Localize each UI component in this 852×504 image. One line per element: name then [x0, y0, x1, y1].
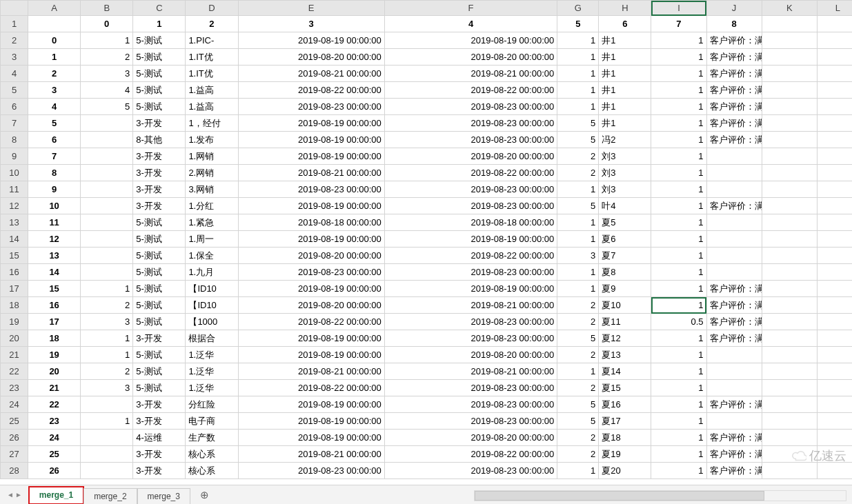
cell[interactable]: 冯2 — [599, 132, 651, 148]
cell[interactable] — [81, 115, 133, 132]
cell[interactable]: 2019-08-22 00:00:00 — [238, 314, 384, 330]
cell[interactable] — [81, 214, 133, 231]
cell[interactable]: 14 — [28, 264, 81, 281]
cell[interactable]: 8 — [28, 165, 81, 181]
cell[interactable]: 2019-08-23 00:00:00 — [384, 314, 557, 330]
cell[interactable]: 2 — [557, 165, 599, 181]
cell[interactable]: 2019-08-21 00:00:00 — [238, 446, 384, 463]
cell[interactable] — [81, 264, 133, 281]
cell[interactable]: 2019-08-23 00:00:00 — [384, 396, 557, 413]
cell[interactable]: 2019-08-23 00:00:00 — [238, 181, 384, 198]
cell[interactable]: 1 — [557, 181, 599, 198]
cell[interactable]: 夏5 — [599, 214, 651, 231]
cell[interactable]: 井1 — [599, 32, 651, 49]
cell[interactable]: 0.5 — [651, 314, 706, 330]
cell[interactable]: 1 — [557, 463, 599, 479]
cell[interactable]: 3-开发 — [133, 148, 186, 165]
cell[interactable]: 客户评价：满意 — [706, 132, 762, 148]
cell[interactable]: 1 — [133, 16, 186, 32]
cell[interactable]: 3-开发 — [133, 463, 186, 479]
cell[interactable] — [706, 248, 762, 264]
cell[interactable]: 核心系 — [186, 463, 238, 479]
cell[interactable] — [817, 165, 852, 181]
cell[interactable]: 夏18 — [599, 430, 651, 446]
cell[interactable]: 2019-08-18 00:00:00 — [384, 214, 557, 231]
cell[interactable]: 2019-08-23 00:00:00 — [384, 99, 557, 115]
cell[interactable]: 1 — [651, 65, 706, 82]
cell[interactable] — [817, 264, 852, 281]
cell[interactable]: 5-测试 — [133, 297, 186, 314]
col-header-A[interactable]: A — [28, 1, 81, 16]
cell[interactable]: 5-测试 — [133, 264, 186, 281]
cell[interactable] — [762, 165, 817, 181]
cell[interactable]: 8-其他 — [133, 132, 186, 148]
cell[interactable]: 1 — [651, 430, 706, 446]
cell[interactable]: 1 — [651, 463, 706, 479]
cell[interactable]: 2019-08-23 00:00:00 — [238, 264, 384, 281]
cell[interactable]: 1 — [651, 396, 706, 413]
tab-nav-next-icon[interactable]: ► — [15, 491, 22, 498]
cell[interactable]: 2019-08-22 00:00:00 — [384, 446, 557, 463]
cell[interactable]: 1 — [651, 330, 706, 347]
cell[interactable] — [817, 413, 852, 430]
cell[interactable]: 1 — [81, 281, 133, 297]
cell[interactable] — [817, 181, 852, 198]
cell[interactable] — [762, 264, 817, 281]
cell[interactable]: 3-开发 — [133, 165, 186, 181]
cell[interactable]: 叶4 — [599, 198, 651, 214]
cell[interactable]: 核心系 — [186, 446, 238, 463]
cell[interactable]: 1 — [557, 65, 599, 82]
cell[interactable]: 2019-08-20 00:00:00 — [384, 347, 557, 363]
cell[interactable]: 【1000 — [186, 314, 238, 330]
cell[interactable] — [706, 380, 762, 396]
cell[interactable] — [762, 363, 817, 380]
cell[interactable]: 夏8 — [599, 264, 651, 281]
cell[interactable]: 1 — [81, 347, 133, 363]
cell[interactable]: 21 — [28, 380, 81, 396]
cell[interactable]: 5-测试 — [133, 347, 186, 363]
cell[interactable]: 2019-08-20 00:00:00 — [384, 430, 557, 446]
cell[interactable]: 11 — [28, 214, 81, 231]
cell[interactable] — [762, 32, 817, 49]
row-header[interactable]: 13 — [1, 214, 28, 231]
cell[interactable]: 5 — [557, 396, 599, 413]
cell[interactable]: 5-测试 — [133, 314, 186, 330]
cell[interactable] — [817, 132, 852, 148]
cell[interactable] — [762, 281, 817, 297]
cell[interactable]: 夏11 — [599, 314, 651, 330]
row-header[interactable]: 22 — [1, 363, 28, 380]
cell[interactable]: 12 — [28, 231, 81, 248]
spreadsheet-grid[interactable]: ABCDEFGHIJKL 10123456782015-测试1.PIC-2019… — [0, 0, 852, 479]
cell[interactable]: 2019-08-20 00:00:00 — [384, 148, 557, 165]
cell[interactable]: 2019-08-21 00:00:00 — [238, 165, 384, 181]
cell[interactable]: 5-测试 — [133, 248, 186, 264]
row-header[interactable]: 18 — [1, 297, 28, 314]
cell[interactable]: 5 — [557, 330, 599, 347]
col-header-I[interactable]: I — [651, 1, 706, 16]
cell[interactable]: 2019-08-23 00:00:00 — [384, 413, 557, 430]
cell[interactable] — [762, 82, 817, 99]
cell[interactable]: 3 — [28, 82, 81, 99]
cell[interactable]: 1.分红 — [186, 198, 238, 214]
cell[interactable]: 3-开发 — [133, 413, 186, 430]
cell[interactable]: 1 — [557, 99, 599, 115]
cell[interactable]: 5-测试 — [133, 281, 186, 297]
cell[interactable] — [81, 446, 133, 463]
cell[interactable]: 2019-08-19 00:00:00 — [238, 231, 384, 248]
row-header[interactable]: 7 — [1, 115, 28, 132]
cell[interactable]: 3-开发 — [133, 198, 186, 214]
cell[interactable]: 17 — [28, 314, 81, 330]
cell[interactable] — [81, 430, 133, 446]
col-header-L[interactable]: L — [817, 1, 852, 16]
cell[interactable]: 1.益高 — [186, 82, 238, 99]
cell[interactable]: 5 — [557, 132, 599, 148]
cell[interactable]: 2019-08-20 00:00:00 — [238, 248, 384, 264]
row-header[interactable]: 11 — [1, 181, 28, 198]
sheet-tab[interactable]: merge_2 — [83, 488, 137, 504]
cell[interactable]: 客户评价：满意 — [706, 281, 762, 297]
cell[interactable] — [81, 165, 133, 181]
cell[interactable] — [81, 396, 133, 413]
cell[interactable] — [762, 314, 817, 330]
cell[interactable]: 2019-08-21 00:00:00 — [384, 363, 557, 380]
cell[interactable]: 1 — [651, 264, 706, 281]
